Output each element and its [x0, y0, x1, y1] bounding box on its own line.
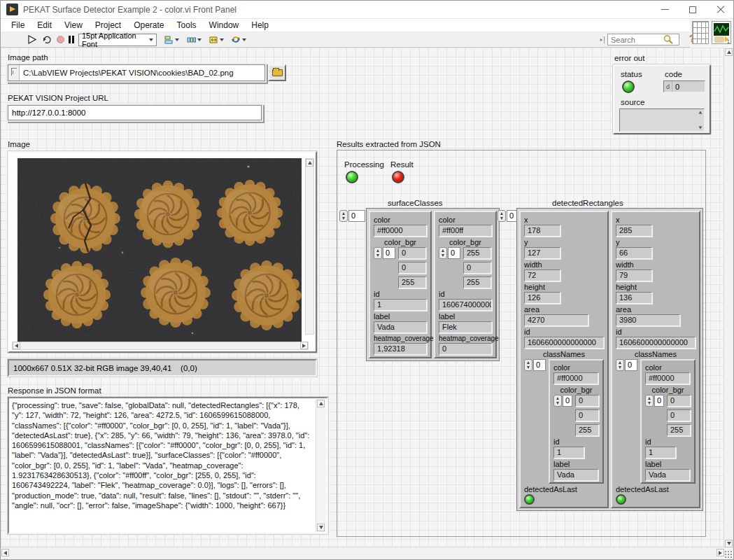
spinner-arrows-icon[interactable]	[616, 359, 624, 371]
image-vertical-scrollbar[interactable]	[305, 158, 314, 335]
id-value[interactable]: 1	[553, 447, 584, 458]
color-value[interactable]: #ff0000	[374, 225, 427, 237]
y-value[interactable]: 66	[616, 247, 652, 259]
spinner-arrows-icon[interactable]	[553, 395, 562, 407]
id-value[interactable]: 1606600000000000	[616, 337, 696, 349]
heatmap-coverage-value[interactable]: 1,92318	[374, 343, 427, 355]
alignment-grid-icon[interactable]	[692, 21, 709, 44]
label-value[interactable]: Vada	[645, 469, 690, 481]
align-objects-dropdown[interactable]	[162, 34, 181, 46]
class-names-index[interactable]: 0	[616, 359, 637, 484]
detected-as-last-led[interactable]	[524, 494, 535, 505]
json-scrollbar[interactable]	[316, 399, 326, 532]
resize-objects-dropdown[interactable]	[207, 34, 225, 46]
image-horizontal-scrollbar[interactable]	[12, 342, 309, 350]
browse-button[interactable]	[268, 64, 286, 81]
resize-grip[interactable]	[724, 550, 732, 558]
reorder-dropdown[interactable]	[230, 34, 248, 46]
error-source-box[interactable]	[619, 108, 705, 132]
scroll-up-button[interactable]	[725, 48, 733, 56]
color-value[interactable]: #ff00ff	[439, 225, 492, 237]
window-horizontal-scrollbar[interactable]	[1, 547, 725, 559]
y-value[interactable]: 127	[524, 247, 560, 259]
spinner-arrows-icon[interactable]	[339, 210, 348, 222]
toolbar-overflow-handle[interactable]	[600, 36, 605, 43]
bgr-r-value[interactable]: 255	[398, 276, 426, 288]
bgr-g-value[interactable]: 0	[398, 262, 426, 274]
color-bgr-index[interactable]: 0	[645, 395, 664, 436]
id-value[interactable]: 1	[645, 447, 676, 458]
menu-window[interactable]: Window	[203, 20, 246, 31]
x-value[interactable]: 285	[616, 225, 652, 237]
spinner-arrows-icon[interactable]	[439, 247, 447, 259]
processing-led[interactable]	[346, 171, 358, 183]
color-bgr-index[interactable]: 0	[374, 247, 395, 288]
detected-as-last-led[interactable]	[616, 494, 626, 505]
index-value[interactable]: 0	[533, 359, 546, 371]
menu-edit[interactable]: Edit	[31, 20, 58, 31]
run-continuous-button[interactable]	[41, 34, 52, 46]
index-value[interactable]: 0	[625, 359, 637, 371]
class-names-index[interactable]: 0	[524, 359, 546, 484]
image-display[interactable]	[8, 151, 317, 353]
bgr-g-value[interactable]: 0	[575, 410, 599, 421]
error-code-box[interactable]: d 0	[663, 80, 705, 92]
menu-project[interactable]: Project	[89, 20, 127, 31]
id-value[interactable]: 1606600000000000	[524, 337, 604, 349]
bgr-g-value[interactable]: 0	[463, 262, 491, 274]
label-value[interactable]: Vada	[553, 469, 598, 481]
project-url-input[interactable]: http://127.0.0.1:8000	[8, 105, 262, 120]
maximize-button[interactable]	[679, 1, 707, 18]
color-bgr-index[interactable]: 0	[553, 395, 572, 436]
run-button[interactable]	[27, 34, 37, 46]
index-value[interactable]: 0	[383, 247, 395, 259]
height-value[interactable]: 126	[524, 292, 560, 304]
scroll-down-button[interactable]	[725, 540, 733, 547]
label-value[interactable]: Vada	[374, 321, 427, 333]
width-value[interactable]: 72	[524, 270, 560, 281]
menu-help[interactable]: Help	[245, 20, 275, 31]
error-status-led[interactable]	[622, 80, 635, 93]
abort-button[interactable]	[57, 34, 64, 46]
id-value[interactable]: 1606740000000	[439, 299, 492, 311]
index-value[interactable]: 0	[654, 395, 664, 407]
spinner-arrows-icon[interactable]	[524, 359, 532, 371]
minimize-button[interactable]	[651, 1, 679, 18]
menu-tools[interactable]: Tools	[171, 20, 203, 31]
color-value[interactable]: #ff0000	[645, 372, 690, 384]
scroll-left-button[interactable]	[13, 342, 20, 349]
bgr-r-value[interactable]: 255	[667, 424, 691, 436]
id-value[interactable]: 1	[374, 299, 427, 311]
result-led[interactable]	[392, 171, 404, 183]
height-value[interactable]: 136	[616, 292, 652, 304]
scroll-left-button[interactable]	[1, 549, 9, 556]
spinner-arrows-icon[interactable]	[374, 247, 382, 259]
width-value[interactable]: 79	[616, 270, 652, 281]
area-value[interactable]: 4270	[524, 314, 588, 326]
surface-classes-index[interactable]: 0	[339, 210, 365, 222]
scroll-right-button[interactable]	[300, 342, 308, 349]
spinner-arrows-icon[interactable]	[645, 395, 654, 407]
scroll-up-button[interactable]	[317, 400, 325, 407]
heatmap-coverage-value[interactable]: 0	[439, 343, 492, 355]
bgr-b-value[interactable]: 255	[463, 247, 491, 259]
bgr-b-value[interactable]: 0	[667, 395, 691, 407]
menu-file[interactable]: File	[5, 20, 31, 31]
scroll-down-button[interactable]	[317, 524, 325, 531]
color-value[interactable]: #ff0000	[553, 372, 598, 384]
image-path-value[interactable]: C:\LabVIEW Projects\PEKAT VISION\cookies…	[20, 69, 237, 77]
search-icon[interactable]	[663, 34, 674, 45]
menu-view[interactable]: View	[58, 20, 89, 31]
json-response-box[interactable]: {"processing": true, "save": false, "glo…	[8, 397, 328, 534]
scroll-right-button[interactable]	[717, 549, 724, 556]
index-value[interactable]: 0	[448, 247, 460, 259]
spinner-arrows-icon[interactable]	[497, 210, 506, 222]
distribute-objects-dropdown[interactable]	[185, 34, 203, 46]
bgr-r-value[interactable]: 255	[575, 424, 599, 436]
x-value[interactable]: 178	[524, 225, 560, 237]
vi-panel-icon[interactable]: 1	[712, 21, 731, 44]
bgr-b-value[interactable]: 0	[398, 247, 426, 259]
pause-button[interactable]	[69, 34, 74, 46]
index-value[interactable]: 0	[348, 210, 365, 222]
index-value[interactable]: 0	[563, 395, 572, 407]
